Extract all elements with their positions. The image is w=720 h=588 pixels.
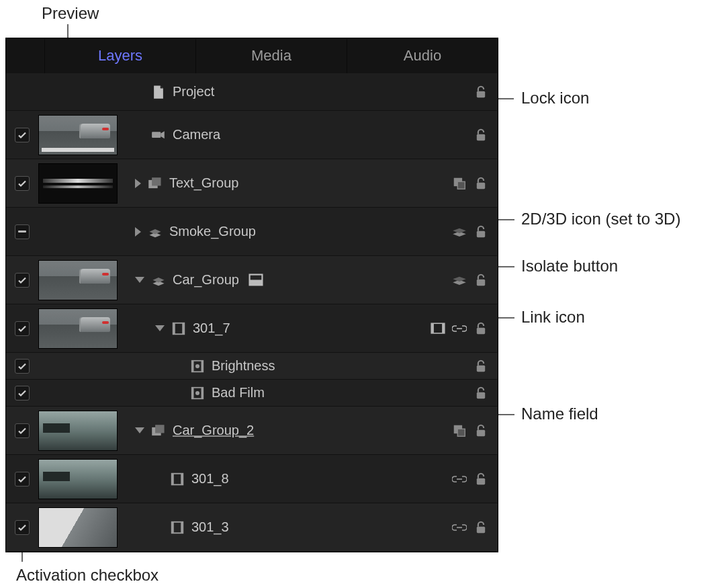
group-2d-icon	[151, 424, 166, 437]
filmstrip-icon	[171, 322, 186, 335]
disclosure-triangle[interactable]	[155, 325, 165, 331]
svg-rect-6	[457, 181, 465, 189]
svg-rect-36	[172, 473, 174, 485]
layer-name: Smoke_Group	[169, 224, 256, 239]
lock-icon[interactable]	[474, 274, 488, 287]
tab-audio[interactable]: Audio	[347, 38, 498, 73]
isolate-icon[interactable]	[452, 424, 467, 437]
svg-rect-10	[250, 280, 263, 286]
preview-thumbnail	[38, 459, 118, 499]
isolate-button[interactable]	[249, 274, 263, 287]
svg-rect-24	[477, 365, 485, 372]
callout-isolate: Isolate button	[521, 257, 618, 276]
layer-name: Car_Group	[173, 272, 239, 288]
activation-checkbox[interactable]	[15, 386, 30, 401]
svg-point-23	[195, 364, 199, 368]
row-car-group[interactable]: Car_Group	[6, 256, 498, 304]
disclosure-triangle[interactable]	[135, 227, 141, 237]
svg-rect-22	[201, 360, 204, 372]
activation-checkbox[interactable]	[15, 423, 30, 438]
activation-checkbox[interactable]	[15, 176, 30, 191]
svg-rect-33	[457, 429, 465, 436]
lock-icon[interactable]	[474, 322, 488, 335]
activation-checkbox[interactable]	[15, 128, 30, 142]
svg-rect-44	[477, 526, 485, 533]
row-camera[interactable]: Camera	[6, 111, 498, 159]
row-brightness[interactable]: Brightness	[6, 353, 498, 380]
activation-checkbox[interactable]	[15, 472, 30, 487]
row-car-group-2[interactable]: Car_Group_2	[6, 407, 498, 455]
lock-icon[interactable]	[474, 472, 488, 486]
activation-checkbox[interactable]	[15, 520, 30, 535]
preview-thumbnail	[38, 115, 118, 155]
activation-checkbox[interactable]	[15, 321, 30, 336]
svg-rect-19	[477, 327, 485, 334]
preview-thumbnail	[38, 260, 118, 300]
callout-preview: Preview	[42, 4, 99, 23]
svg-rect-11	[477, 279, 485, 286]
2d-3d-icon[interactable]	[452, 225, 467, 239]
svg-rect-4	[152, 177, 161, 185]
lock-icon[interactable]	[474, 177, 488, 190]
disclosure-triangle[interactable]	[135, 427, 144, 433]
link-icon[interactable]	[452, 472, 467, 486]
camera-icon	[151, 128, 166, 142]
lock-icon[interactable]	[474, 225, 488, 239]
svg-rect-0	[477, 91, 485, 97]
lock-icon[interactable]	[474, 386, 488, 400]
group-3d-icon	[151, 274, 166, 287]
activation-checkbox[interactable]	[15, 273, 30, 288]
filter-icon	[190, 360, 205, 373]
isolate-icon[interactable]	[452, 177, 467, 190]
group-3d-icon	[148, 225, 163, 239]
link-icon[interactable]	[452, 521, 467, 534]
disclosure-triangle[interactable]	[135, 179, 141, 188]
svg-rect-27	[201, 387, 204, 398]
layer-name-field[interactable]: Car_Group_2	[173, 423, 254, 438]
row-clip-301-7[interactable]: 301_7	[6, 304, 498, 353]
layers-panel: Layers Media Audio Project Camer	[5, 38, 498, 552]
disclosure-triangle[interactable]	[135, 277, 144, 283]
svg-rect-16	[431, 323, 434, 333]
svg-rect-26	[192, 387, 194, 398]
row-text-group[interactable]: Text_Group	[6, 159, 498, 208]
filter-icon	[190, 386, 205, 400]
layer-name: Text_Group	[169, 175, 238, 191]
svg-rect-37	[181, 473, 183, 485]
row-project[interactable]: Project	[6, 73, 498, 111]
row-smoke-group[interactable]: Smoke_Group	[6, 208, 498, 256]
activation-checkbox[interactable]	[15, 224, 30, 239]
callout-2d3d: 2D/3D icon (set to 3D)	[521, 210, 680, 228]
preview-thumbnail	[38, 411, 118, 451]
row-clip-301-8[interactable]: 301_8	[6, 455, 498, 503]
lock-icon[interactable]	[474, 85, 488, 99]
svg-rect-39	[477, 478, 485, 485]
mask-icon[interactable]	[431, 322, 445, 335]
row-clip-301-3[interactable]: 301_3	[6, 503, 498, 552]
svg-rect-8	[477, 230, 485, 237]
filmstrip-icon	[170, 521, 185, 534]
layer-name: Camera	[173, 127, 220, 142]
svg-rect-31	[155, 425, 164, 433]
callout-lock: Lock icon	[521, 89, 589, 108]
lock-icon[interactable]	[474, 128, 488, 142]
link-icon[interactable]	[452, 322, 467, 335]
layer-name: Brightness	[212, 358, 275, 374]
2d-3d-icon[interactable]	[452, 274, 467, 287]
svg-rect-1	[152, 132, 161, 138]
activation-checkbox[interactable]	[15, 359, 30, 374]
tab-media[interactable]: Media	[196, 38, 347, 73]
svg-rect-17	[442, 323, 445, 333]
svg-rect-41	[172, 521, 174, 533]
lock-icon[interactable]	[474, 360, 488, 373]
lock-icon[interactable]	[474, 424, 488, 437]
preview-thumbnail	[38, 163, 118, 204]
lock-icon[interactable]	[474, 521, 488, 534]
tab-layers[interactable]: Layers	[45, 38, 196, 73]
svg-rect-7	[477, 182, 485, 189]
row-bad-film[interactable]: Bad Film	[6, 380, 498, 407]
preview-thumbnail	[38, 308, 118, 349]
svg-rect-2	[477, 134, 485, 140]
svg-rect-42	[181, 521, 183, 533]
layer-name: 301_8	[191, 471, 229, 487]
